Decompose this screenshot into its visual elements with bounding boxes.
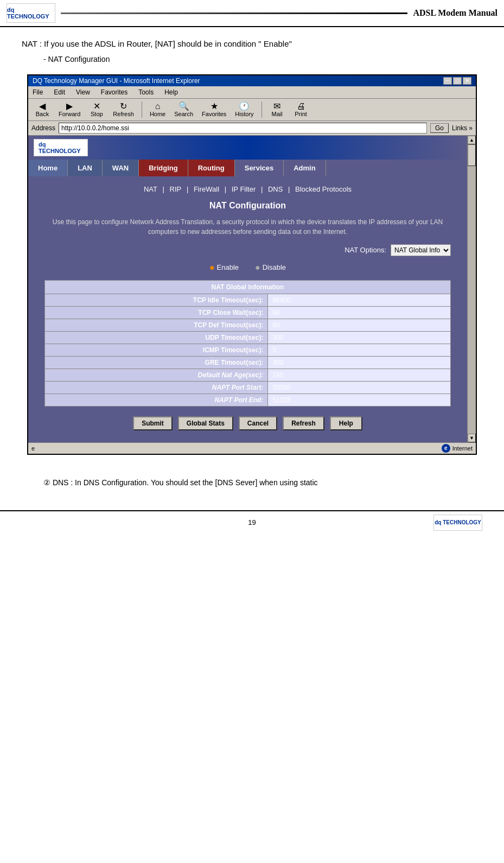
services-nav-sep1: | — [163, 185, 167, 193]
nat-row-tcp-def: TCP Def Timeout(sec): 60 — [45, 319, 451, 331]
close-button[interactable]: ✕ — [463, 77, 471, 85]
favorites-icon: ★ — [210, 102, 218, 111]
cancel-button[interactable]: Cancel — [239, 416, 277, 430]
nat-table-header: NAT Global Information — [45, 280, 451, 294]
help-button[interactable]: Help — [330, 416, 362, 430]
services-nav-ipfilter[interactable]: IP Filter — [232, 185, 256, 193]
toolbar-home-label: Home — [150, 111, 165, 117]
radio-disable[interactable]: ● Disable — [255, 263, 286, 272]
nat-options-select[interactable]: NAT Global Info — [391, 244, 451, 256]
toolbar-refresh[interactable]: ↻ Refresh — [110, 101, 137, 118]
nat-value-gre[interactable]: 300 — [268, 356, 451, 369]
submit-button[interactable]: Submit — [133, 416, 173, 430]
address-label: Address — [31, 124, 55, 132]
menu-help[interactable]: Help — [162, 87, 180, 97]
services-nav-sep4: | — [261, 185, 265, 193]
toolbar-print[interactable]: 🖨 Print — [290, 101, 312, 118]
services-nav-blocked[interactable]: Blocked Protocols — [295, 185, 352, 193]
page-header: dq TECHNOLOGY ADSL Modem Manual — [0, 0, 504, 27]
header-divider — [61, 12, 407, 14]
footer-logo: dq TECHNOLOGY — [433, 515, 482, 531]
menu-favorites[interactable]: Favorites — [99, 87, 130, 97]
nat-label-gre: GRE Timeout(sec): — [45, 356, 268, 369]
toolbar-favorites[interactable]: ★ Favorites — [199, 101, 229, 118]
services-nav-sep5: | — [288, 185, 292, 193]
nat-label-udp: UDP Timeout(sec): — [45, 331, 268, 344]
doc-content: NAT : If you use the ADSL in Router, [NA… — [0, 27, 504, 505]
toolbar-search[interactable]: 🔍 Search — [171, 101, 196, 118]
status-bar: e e Internet — [28, 442, 476, 454]
scroll-up-button[interactable]: ▲ — [468, 136, 476, 144]
nat-value-napt-end[interactable]: 51023 — [268, 394, 451, 406]
toolbar-search-label: Search — [174, 111, 193, 117]
scrollbar[interactable]: ▲ ▼ — [467, 136, 476, 442]
radio-disable-icon: ● — [255, 263, 260, 272]
menu-tools[interactable]: Tools — [136, 87, 156, 97]
minimize-button[interactable]: ─ — [443, 77, 452, 85]
nat-row-tcp-idle: TCP Idle Timeout(sec): 86400 — [45, 294, 451, 306]
toolbar-stop[interactable]: ✕ Stop — [86, 101, 107, 118]
address-input[interactable] — [59, 123, 427, 134]
nat-row-napt-end: NAPT Port End: 51023 — [45, 394, 451, 406]
menu-view[interactable]: View — [74, 87, 92, 97]
nat-row-default-age: Default Nat Age(sec): 240 — [45, 369, 451, 381]
titlebar-buttons[interactable]: ─ □ ✕ — [443, 77, 471, 85]
toolbar-favorites-label: Favorites — [202, 111, 226, 117]
nat-options-row: NAT Options: NAT Global Info — [34, 242, 462, 258]
nav-tab-wan[interactable]: WAN — [103, 160, 139, 176]
services-nav-nat[interactable]: NAT — [144, 185, 157, 193]
nat-row-icmp: ICMP Timeout(sec): 5 — [45, 344, 451, 356]
nat-table-container: NAT Global Information TCP Idle Timeout(… — [44, 280, 451, 407]
scrollbar-thumb[interactable] — [468, 144, 476, 166]
nat-row-tcp-close: TCP Close Wait(sec): 60 — [45, 306, 451, 319]
services-nav-rip[interactable]: RIP — [170, 185, 182, 193]
internet-icon: e — [442, 444, 450, 453]
nat-value-icmp[interactable]: 5 — [268, 344, 451, 356]
services-nav-firewall[interactable]: FireWall — [194, 185, 219, 193]
nav-tab-home[interactable]: Home — [28, 160, 68, 176]
radio-enable[interactable]: ● Enable — [209, 263, 239, 272]
nat-label-napt-start: NAPT Port Start: — [45, 381, 268, 394]
maximize-button[interactable]: □ — [453, 77, 462, 85]
nat-value-tcp-idle[interactable]: 86400 — [268, 294, 451, 306]
search-icon: 🔍 — [178, 102, 189, 111]
stop-icon: ✕ — [93, 102, 100, 111]
services-nav: NAT | RIP | FireWall | IP Filter | DNS |… — [34, 182, 462, 196]
global-stats-button[interactable]: Global Stats — [178, 416, 233, 430]
go-button[interactable]: Go — [430, 123, 449, 133]
lower-content: ② DNS : In DNS Configuration. You should… — [22, 466, 482, 494]
address-bar: Address Go Links » — [28, 121, 476, 136]
nav-tab-services[interactable]: Services — [235, 160, 284, 176]
toolbar-back[interactable]: ◀ Back — [31, 101, 53, 118]
refresh-button[interactable]: Refresh — [283, 416, 324, 430]
services-nav-dns[interactable]: DNS — [268, 185, 283, 193]
nav-tab-routing[interactable]: Routing — [188, 160, 235, 176]
nat-value-tcp-close[interactable]: 60 — [268, 306, 451, 319]
scrollbar-track[interactable] — [468, 144, 476, 434]
nav-tab-admin[interactable]: Admin — [284, 160, 326, 176]
links-label[interactable]: Links » — [452, 124, 473, 132]
footer-page-number: 19 — [71, 518, 433, 526]
scroll-down-button[interactable]: ▼ — [468, 434, 476, 442]
toolbar-back-label: Back — [36, 111, 49, 117]
nav-tab-lan[interactable]: LAN — [68, 160, 103, 176]
toolbar-separator-1 — [142, 101, 142, 118]
nat-label-tcp-idle: TCP Idle Timeout(sec): — [45, 294, 268, 306]
toolbar-print-label: Print — [295, 111, 307, 117]
toolbar-mail[interactable]: ✉ Mail — [266, 101, 288, 118]
nat-value-tcp-def[interactable]: 60 — [268, 319, 451, 331]
nat-value-default-age[interactable]: 240 — [268, 369, 451, 381]
toolbar-history[interactable]: 🕐 History — [232, 101, 257, 118]
toolbar-home[interactable]: ⌂ Home — [146, 101, 169, 118]
router-logo: dq TECHNOLOGY — [34, 139, 88, 156]
nat-description: Use this page to configure Network Addre… — [34, 215, 462, 242]
toolbar-forward-label: Forward — [59, 111, 80, 117]
nav-tab-bridging[interactable]: Bridging — [139, 160, 188, 176]
nat-value-udp[interactable]: 300 — [268, 331, 451, 344]
toolbar-stop-label: Stop — [91, 111, 103, 117]
menu-file[interactable]: File — [30, 87, 45, 97]
toolbar-forward[interactable]: ▶ Forward — [55, 101, 84, 118]
nat-value-napt-start[interactable]: 50000 — [268, 381, 451, 394]
menu-edit[interactable]: Edit — [52, 87, 67, 97]
radio-disable-label: Disable — [263, 263, 286, 271]
